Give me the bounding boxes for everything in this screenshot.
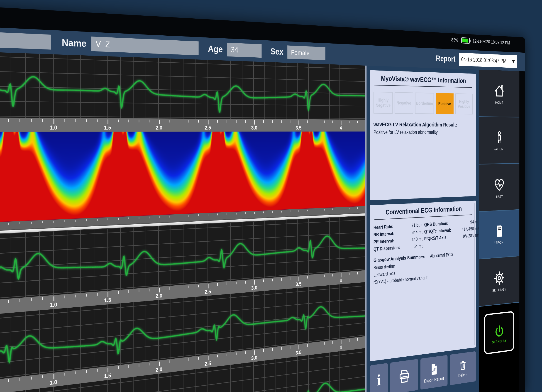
axis-tick [324,275,325,277]
axis-tick [263,212,264,213]
wavecg-result-scale: Highly Negative Negative Borderline Posi… [374,92,473,114]
sidebar-item-settings[interactable]: SETTINGS [479,256,519,307]
axis-tick-label: 3.0 [251,284,257,291]
axis-tick-label: 3.0 [251,354,257,361]
wavecg-panel-title: MyoVista® wavECG™ Information [374,74,473,85]
power-icon [493,321,506,339]
stat-label: P/QRS/T Axis: [424,234,457,241]
time-axis: 1.01.52.02.53.03.54 [0,118,365,132]
axis-tick [76,295,76,298]
axis-tick [324,342,325,345]
print-button[interactable] [390,359,418,392]
stat-label: PR Interval: [374,238,404,245]
axis-tick [118,366,119,369]
report-dropdown[interactable]: 04-16-2018 01:08:47 PM [459,53,517,68]
sidebar-item-label: SETTINGS [492,287,506,293]
axis-tick [97,119,98,122]
axis-tick [290,120,290,123]
axis-tick [227,283,227,285]
delete-button[interactable]: Delete [450,351,476,385]
sidebar-item-patient[interactable]: PATIENT [479,117,519,164]
axis-tick [108,218,108,220]
wavecg-info-panel: MyoVista® wavECG™ Information Highly Neg… [370,70,476,200]
axis-tick [227,120,227,123]
wavecg-btn-highly-positive[interactable]: Highly Positive [455,93,473,114]
glasgow-value: Abnormal ECG [430,252,453,259]
sidebar-item-label: HOME [495,100,504,105]
status-bar: 83% 12-11-2020 18:09:12 PM [451,37,510,46]
axis-tick [263,120,264,123]
axis-tick [272,348,273,351]
axis-tick [208,284,208,289]
unlabeled-field[interactable] [0,32,51,50]
axis-tick [54,296,54,301]
axis-tick [245,351,246,354]
axis-tick [208,214,208,216]
sidebar-item-home[interactable]: HOME [479,70,519,117]
axis-tick [42,297,43,300]
heart-pulse-icon [493,176,506,193]
axis-tick [189,215,189,217]
axis-tick [159,288,160,292]
axis-tick-label: 4 [340,344,342,350]
wavecg-btn-borderline[interactable]: Borderline [415,93,434,114]
axis-tick [54,374,54,379]
axis-tick [8,379,9,382]
axis-tick [97,219,98,221]
photo-background: 83% 12-11-2020 18:09:12 PM Name V Z Age … [0,0,542,392]
axis-tick [298,345,299,349]
name-input[interactable]: V Z [91,37,199,55]
wavecg-btn-highly-negative[interactable]: Highly Negative [374,92,393,114]
wavecg-btn-negative[interactable]: Negative [395,92,413,114]
info-button[interactable]: i [370,363,388,392]
axis-tick [217,120,218,123]
axis-tick [227,213,227,215]
axis-tick [169,360,169,363]
home-icon [493,82,505,99]
wavecg-btn-positive[interactable]: Positive [436,93,454,114]
axis-tick [349,121,349,123]
axis-tick [349,208,349,210]
axis-tick [217,283,218,286]
axis-tick [324,120,325,123]
standby-button[interactable]: STAND BY [484,311,514,355]
stat-label: QT Dispersion: [374,245,404,252]
axis-tick [169,216,169,218]
name-label: Name [62,37,87,49]
axis-tick [86,219,87,221]
axis-tick [316,209,316,211]
axis-tick [139,217,140,219]
sidebar-item-test[interactable]: TEST [479,164,519,212]
gear-icon [493,270,505,287]
age-input[interactable]: 34 [227,43,262,58]
export-report-label: Export Report [424,376,444,384]
axis-tick [159,120,160,124]
axis-tick-label: 3.0 [251,125,257,131]
axis-tick [139,120,140,122]
axis-tick [316,343,316,345]
sex-label: Sex [270,47,283,57]
axis-tick-label: 1.0 [50,124,57,131]
axis-tick-label: 3.5 [295,349,301,356]
sidebar-item-report[interactable]: REPORT [479,210,519,260]
axis-tick [8,223,9,225]
axis-tick [272,120,273,123]
axis-tick [149,363,150,365]
axis-tick [198,214,199,216]
axis-tick [357,121,358,123]
stat-label: RR Interval: [374,230,404,238]
sex-input[interactable]: Female [287,45,325,60]
axis-tick [54,119,54,124]
axis-tick [189,120,189,122]
axis-tick [349,273,349,275]
info-icon: i [377,372,380,388]
axis-tick [198,357,199,359]
conventional-ecg-panel: Conventional ECG Information Heart Rate:… [370,201,476,361]
axis-tick [118,291,119,294]
axis-tick [86,119,87,122]
axis-tick [298,277,299,281]
axis-tick-label: 1.5 [104,372,111,380]
axis-tick [189,358,189,361]
axis-tick [357,207,358,209]
export-report-button[interactable]: PDF Export Report [420,355,447,390]
